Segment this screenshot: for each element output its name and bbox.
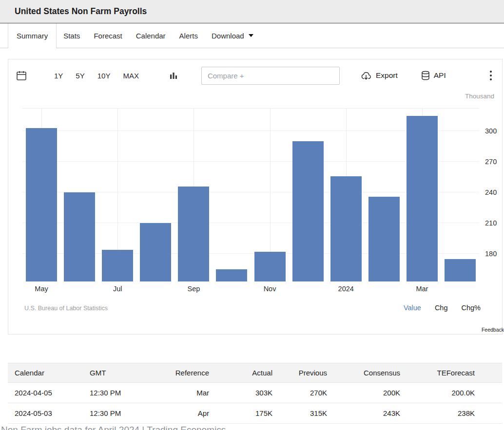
bar-slot xyxy=(98,109,136,281)
bar-slot xyxy=(136,109,174,281)
col-header-actual: Actual xyxy=(211,363,274,383)
bar-slot xyxy=(174,109,213,281)
table-cell: 12:30 PM xyxy=(88,383,160,403)
table-cell: 12:30 PM xyxy=(88,403,160,424)
api-database-icon xyxy=(421,71,430,80)
bar-chart-icon[interactable] xyxy=(169,71,178,80)
export-download-icon xyxy=(360,71,372,80)
bar-jan-2024[interactable] xyxy=(330,176,362,281)
col-header-previous: Previous xyxy=(274,363,329,383)
page-title: United States Non Farm Payrolls xyxy=(15,6,147,17)
mode-chg[interactable]: Chg xyxy=(435,304,448,312)
page-header: United States Non Farm Payrolls xyxy=(0,0,504,23)
range-1y[interactable]: 1Y xyxy=(54,72,63,80)
tab-calendar[interactable]: Calendar xyxy=(129,23,173,48)
bar-sep-2023[interactable] xyxy=(178,187,209,281)
caret-down-icon xyxy=(249,34,253,37)
x-axis-label: May xyxy=(35,285,48,293)
kebab-menu-icon[interactable] xyxy=(489,70,494,81)
plot-area: 180210240270300 xyxy=(22,108,479,281)
tab-download[interactable]: Download xyxy=(205,23,260,48)
chart-panel: 1Y5Y10YMAX Export xyxy=(8,59,503,335)
table-cell: 175K xyxy=(211,403,274,424)
tab-label: Stats xyxy=(63,32,80,40)
bar-mar-2024[interactable] xyxy=(407,116,438,281)
x-axis-label: 2024 xyxy=(338,285,354,293)
chart-toolbar: 1Y5Y10YMAX Export xyxy=(8,59,502,87)
mode-value[interactable]: Value xyxy=(404,304,421,312)
tab-label: Calendar xyxy=(136,32,166,40)
table-cell: 2024-04-05 xyxy=(8,383,88,403)
y-axis-label: 300 xyxy=(485,127,497,135)
x-axis-label: Nov xyxy=(264,285,276,293)
bar-apr-2024[interactable] xyxy=(445,259,476,281)
export-button[interactable]: Export xyxy=(360,71,398,80)
bar-jun-2023[interactable] xyxy=(64,192,95,281)
col-header-teforecast: TEForecast xyxy=(402,363,502,383)
calendar-table: CalendarGMTReferenceActualPreviousConsen… xyxy=(8,363,502,424)
range-5y[interactable]: 5Y xyxy=(76,72,84,80)
source-row: U.S. Bureau of Labor Statistics ValueChg… xyxy=(24,304,481,312)
bar-slot xyxy=(251,109,289,281)
bar-dec-2023[interactable] xyxy=(292,141,324,281)
table-cell: Mar xyxy=(160,383,211,403)
y-axis-label: 240 xyxy=(485,188,497,196)
api-label: API xyxy=(434,71,446,80)
bar-jul-2023[interactable] xyxy=(102,250,133,281)
bar-feb-2024[interactable] xyxy=(368,197,400,281)
bar-aug-2023[interactable] xyxy=(140,223,171,281)
table-cell: 200K xyxy=(329,383,402,403)
tab-stats[interactable]: Stats xyxy=(57,23,87,48)
chart-mode-links: ValueChgChg% xyxy=(404,304,481,312)
table-header-row: CalendarGMTReferenceActualPreviousConsen… xyxy=(8,363,502,383)
table-cell: 238K xyxy=(402,403,502,424)
tab-forecast[interactable]: Forecast xyxy=(87,23,129,48)
table-cell: 315K xyxy=(274,403,329,424)
mode-chg-pct[interactable]: Chg% xyxy=(462,304,481,312)
tab-label: Alerts xyxy=(179,32,198,40)
table-cell: 243K xyxy=(329,403,402,424)
bar-oct-2023[interactable] xyxy=(216,269,247,281)
bar-slot xyxy=(403,109,441,281)
api-button[interactable]: API xyxy=(421,71,446,80)
table-body: 2024-04-0512:30 PMMar303K270K200K200.0K2… xyxy=(8,383,502,424)
bar-slot xyxy=(327,109,365,281)
y-axis-label: 180 xyxy=(485,250,497,258)
bar-slot xyxy=(441,109,479,281)
x-axis-label: Jul xyxy=(113,285,122,293)
table-cell: 270K xyxy=(274,383,329,403)
x-axis: MayJulSepNov2024Mar xyxy=(22,281,479,295)
bottom-note: Non Farm jobs data for April 2024 | Trad… xyxy=(1,425,226,430)
range-max[interactable]: MAX xyxy=(123,72,139,80)
y-axis-label: 270 xyxy=(485,158,497,166)
table-cell: 2024-05-03 xyxy=(8,403,88,424)
chart-source: U.S. Bureau of Labor Statistics xyxy=(24,305,108,312)
range-10y[interactable]: 10Y xyxy=(97,72,111,80)
col-header-consensus: Consensus xyxy=(329,363,402,383)
tab-label: Summary xyxy=(17,32,48,40)
col-header-calendar: Calendar xyxy=(8,363,88,383)
export-label: Export xyxy=(376,71,398,80)
tab-alerts[interactable]: Alerts xyxy=(173,23,205,48)
calendar-icon[interactable] xyxy=(16,70,27,81)
x-axis-label: Sep xyxy=(187,285,200,293)
tab-summary[interactable]: Summary xyxy=(8,23,57,48)
bar-nov-2023[interactable] xyxy=(254,252,286,281)
bar-slot xyxy=(213,109,251,281)
x-axis-label: Mar xyxy=(416,285,428,293)
range-buttons: 1Y5Y10YMAX xyxy=(54,72,152,80)
table-cell: Apr xyxy=(160,403,211,424)
bar-slot xyxy=(60,109,98,281)
tab-label: Download xyxy=(212,32,244,40)
bar-may-2023[interactable] xyxy=(26,128,57,281)
feedback-link[interactable]: Feedback xyxy=(482,327,504,333)
tab-label: Forecast xyxy=(94,32,122,40)
bar-slot xyxy=(289,109,327,281)
bar-slot xyxy=(365,109,403,281)
table-row: 2024-04-0512:30 PMMar303K270K200K200.0K xyxy=(8,383,502,403)
table-row: 2024-05-0312:30 PMApr175K315K243K238K xyxy=(8,403,502,424)
bar-slot xyxy=(22,109,60,281)
compare-input[interactable] xyxy=(201,67,340,85)
y-axis-label: 210 xyxy=(485,219,497,227)
y-axis-unit-label: Thousand xyxy=(8,92,502,101)
